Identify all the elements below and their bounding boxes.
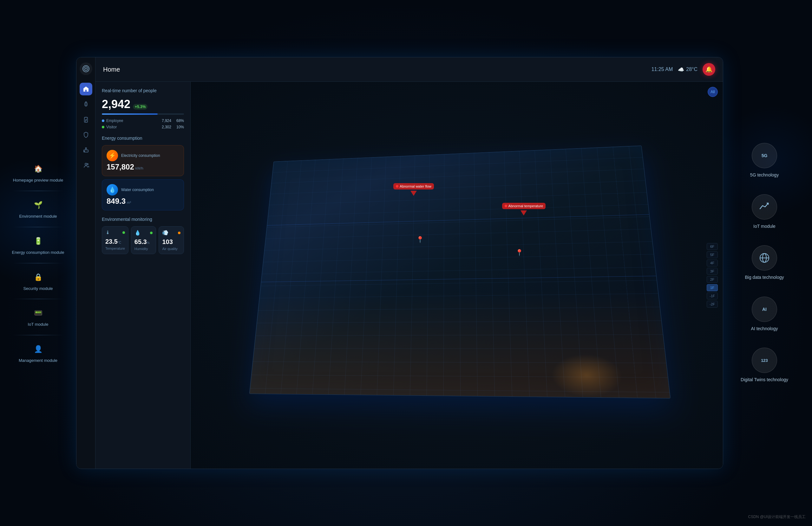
sidebar-environment-label: Environment module: [19, 214, 57, 219]
notification-bell[interactable]: 🔔: [702, 63, 715, 76]
twins-icon: 123: [752, 348, 777, 373]
environment-icon: 🌱: [32, 199, 44, 211]
content-body: Real-time number of people 2,942 +5.3% E…: [96, 82, 723, 469]
visitor-dot: [102, 126, 104, 128]
water-label: Water consumption: [121, 187, 154, 192]
floor-4f[interactable]: 4F: [707, 259, 718, 267]
electricity-icon: ⚡: [106, 150, 118, 161]
nav-iot[interactable]: [79, 144, 92, 156]
nav-management[interactable]: [79, 159, 92, 171]
air-value-row: 103: [162, 238, 180, 245]
floor-5f[interactable]: 5F: [707, 251, 718, 258]
employee-values: 7,924 68%: [162, 119, 184, 123]
5g-icon: 5G: [752, 143, 777, 168]
floor-6f[interactable]: 6F: [707, 243, 718, 250]
employee-dot: [102, 119, 104, 122]
header-right: 11:25 AM ☁️ 28°C 🔔: [652, 63, 715, 76]
air-status: [178, 231, 180, 234]
tech-ai[interactable]: AI AI technology: [751, 297, 778, 332]
visitor-count: 2,302: [162, 125, 171, 129]
warm-glow: [550, 354, 624, 398]
humidity-icon: 💧: [134, 230, 141, 236]
sidebar-iot-label: IoT module: [28, 322, 48, 327]
nav-energy[interactable]: [79, 113, 92, 126]
temperature-value: 23.5: [105, 238, 118, 245]
humidity-value: 65.3: [134, 238, 147, 245]
map-pin-1: 📍: [416, 236, 424, 243]
left-panel: Real-time number of people 2,942 +5.3% E…: [96, 82, 191, 469]
svg-point-13: [84, 151, 85, 151]
air-icon: 💨: [162, 230, 169, 236]
building-viz: Abnormal water flow Abnormal temperature: [191, 82, 723, 469]
water-alert-pointer: [410, 191, 417, 196]
temperature-value-row: 23.5°C: [105, 238, 125, 245]
visitor-label: Visitor: [102, 125, 117, 129]
nav-security[interactable]: [79, 128, 92, 141]
water-value: 849.3: [106, 197, 126, 206]
ai-icon: AI: [752, 297, 777, 322]
floor-3f[interactable]: 3F: [707, 268, 718, 275]
homepage-icon: 🏠: [32, 163, 44, 175]
electricity-header: ⚡ Electricity consumption: [106, 150, 179, 161]
right-sidebar: 5G 5G technology IoT module Big data tec…: [717, 0, 812, 526]
alert-temperature[interactable]: Abnormal temperature: [502, 203, 546, 215]
sidebar-item-environment[interactable]: 🌱 Environment module: [10, 199, 67, 219]
electricity-card: ⚡ Electricity consumption 157,802 kW/h: [102, 145, 184, 176]
water-card: 💧 Water consumption 849.3 m³: [102, 179, 184, 210]
temp-alert-label: Abnormal temperature: [502, 203, 546, 209]
sidebar-item-energy[interactable]: 🔋 Energy consumption module: [10, 235, 67, 255]
employee-label: Employee: [102, 119, 123, 123]
left-sidebar: 🏠 Homepage preview module 🌱 Environment …: [0, 0, 76, 526]
env-section-title: Environmental monitoring: [102, 217, 184, 222]
electricity-unit: kW/h: [135, 166, 143, 170]
temperature-status: [122, 231, 125, 234]
temperature-unit: °C: [118, 241, 121, 244]
sidebar-homepage-label: Homepage preview module: [13, 178, 63, 183]
employee-pct: 68%: [176, 119, 184, 123]
tech-bigdata[interactable]: Big data technology: [745, 245, 784, 281]
employee-count: 7,924: [162, 119, 171, 123]
energy-section-title: Energy consumption: [102, 136, 184, 141]
humidity-status: [150, 231, 153, 234]
tech-iot[interactable]: IoT module: [752, 194, 777, 230]
tech-5g[interactable]: 5G 5G technology: [750, 143, 779, 178]
sidebar-item-security[interactable]: 🔒 Security module: [10, 271, 67, 291]
inner-nav: [76, 57, 96, 469]
building-body: [249, 146, 671, 399]
humidity-value-row: 65.3%: [134, 238, 153, 245]
main-content: Home 11:25 AM ☁️ 28°C 🔔 Real-time number…: [96, 57, 723, 469]
employee-progress-fill: [102, 114, 158, 115]
header: Home 11:25 AM ☁️ 28°C 🔔: [96, 57, 723, 82]
floor-2f[interactable]: 2F: [707, 276, 718, 283]
energy-section: Energy consumption ⚡ Electricity consump…: [102, 136, 184, 210]
sidebar-item-iot[interactable]: 📟 IoT module: [10, 307, 67, 327]
all-floors-button[interactable]: All: [708, 87, 718, 97]
floor-b2[interactable]: -2F: [707, 301, 718, 308]
air-header: 💨: [162, 230, 180, 236]
bigdata-label: Big data technology: [745, 274, 784, 281]
sidebar-item-management[interactable]: 👤 Management module: [10, 343, 67, 363]
nav-environment[interactable]: [79, 98, 92, 110]
floor-b1[interactable]: -1F: [707, 292, 718, 299]
humidity-unit: %: [147, 241, 150, 245]
twins-label: Digital Twins technology: [741, 377, 788, 383]
employee-progress-bar: [102, 114, 184, 115]
visitor-pct: 10%: [176, 125, 184, 129]
svg-point-14: [85, 163, 87, 165]
tech-twins[interactable]: 123 Digital Twins technology: [741, 348, 788, 383]
temperature-card: 🌡 23.5°C Temperature: [102, 226, 129, 254]
people-change: +5.3%: [133, 104, 147, 110]
weather-icon: ☁️: [678, 66, 684, 73]
air-value: 103: [162, 238, 173, 245]
floor-1f[interactable]: 1F: [707, 284, 718, 291]
sidebar-item-homepage[interactable]: 🏠 Homepage preview module: [10, 163, 67, 183]
iot-icon: 📟: [32, 307, 44, 319]
iot-tech-icon: [752, 194, 777, 220]
temperature-header: 🌡: [105, 230, 125, 236]
header-weather: ☁️ 28°C: [678, 66, 697, 73]
nav-home[interactable]: [79, 83, 92, 95]
alert-water-flow[interactable]: Abnormal water flow: [393, 183, 434, 196]
temp-alert-pointer: [521, 210, 527, 215]
sidebar-security-label: Security module: [23, 286, 53, 291]
temperature: 28°C: [686, 66, 697, 72]
